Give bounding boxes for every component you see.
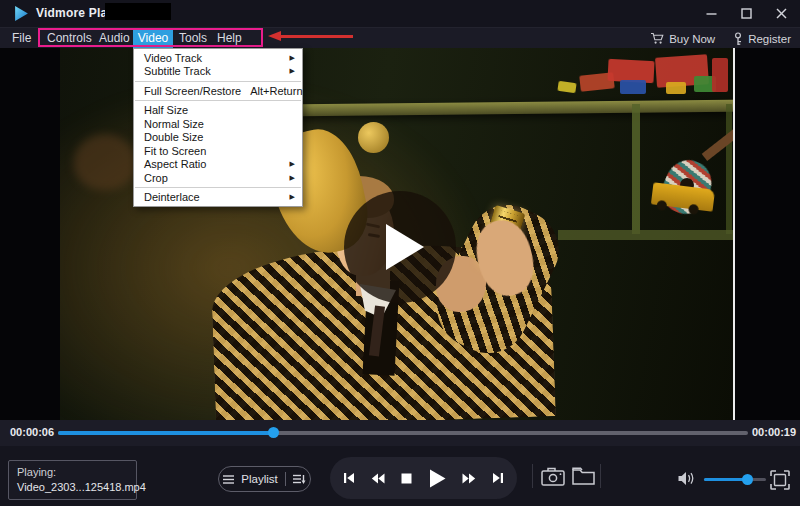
divider	[600, 464, 601, 488]
menu-separator	[135, 100, 301, 101]
window-controls	[702, 0, 790, 27]
menu-tools[interactable]: Tools	[179, 28, 207, 49]
previous-button[interactable]	[343, 472, 355, 484]
menu-item-video-track[interactable]: Video Track ▶	[134, 51, 302, 65]
stop-icon	[401, 473, 412, 484]
previous-icon	[343, 472, 355, 484]
menu-file[interactable]: File	[12, 28, 31, 49]
total-duration: 00:00:19	[752, 426, 796, 438]
app-logo-icon	[13, 5, 30, 22]
playing-label: Playing:	[17, 465, 128, 479]
play-icon	[386, 224, 424, 270]
camera-icon	[541, 467, 565, 486]
snapshot-button[interactable]	[541, 467, 565, 490]
volume-slider[interactable]	[704, 478, 766, 481]
submenu-arrow-icon: ▶	[290, 193, 295, 201]
video-area[interactable]	[0, 48, 800, 420]
menubar-right-actions: Buy Now Register	[650, 28, 791, 49]
rewind-icon	[371, 473, 385, 484]
progress-bar-row: 00:00:06 00:00:19	[0, 420, 800, 446]
menu-audio[interactable]: Audio	[99, 28, 130, 49]
playing-filename: Video_2303...125418.mp4	[17, 479, 128, 495]
fast-forward-icon	[462, 473, 476, 484]
play-overlay-button[interactable]	[344, 191, 456, 303]
shelf-divider	[726, 104, 732, 234]
elapsed-time: 00:00:06	[10, 426, 54, 438]
control-bar: Playing: Video_2303...125418.mp4 Playlis…	[0, 446, 800, 506]
play-button[interactable]	[429, 469, 446, 488]
hamburger-icon	[223, 475, 234, 484]
next-icon	[492, 472, 504, 484]
menu-video-active[interactable]: Video	[133, 28, 173, 49]
toy-block	[557, 81, 576, 93]
fullscreen-button[interactable]	[770, 470, 790, 494]
speaker-icon	[678, 471, 695, 486]
maximize-button[interactable]	[737, 4, 755, 24]
menu-separator	[135, 187, 301, 188]
open-file-button[interactable]	[572, 467, 595, 489]
now-playing-box: Playing: Video_2303...125418.mp4	[8, 460, 137, 500]
volume-thumb[interactable]	[742, 474, 753, 485]
submenu-arrow-icon: ▶	[290, 174, 295, 182]
playlist-button[interactable]: Playlist	[218, 466, 311, 492]
register-button[interactable]: Register	[733, 32, 791, 46]
buy-now-label: Buy Now	[669, 33, 715, 45]
toy-block	[620, 80, 646, 94]
redacted-text-box	[105, 3, 171, 20]
close-button[interactable]	[772, 4, 790, 24]
minimize-button[interactable]	[702, 4, 720, 24]
menu-item-double-size[interactable]: Double Size	[134, 131, 302, 145]
stop-button[interactable]	[401, 473, 412, 484]
divider	[532, 464, 533, 488]
next-button[interactable]	[492, 472, 504, 484]
menu-item-fullscreen-restore[interactable]: Full Screen/Restore Alt+Return	[134, 84, 302, 98]
submenu-arrow-icon: ▶	[290, 54, 295, 62]
menu-separator	[135, 81, 301, 82]
menu-item-fit-to-screen[interactable]: Fit to Screen	[134, 144, 302, 158]
submenu-arrow-icon: ▶	[290, 67, 295, 75]
vidmore-player-window: Vidmore Player File Controls Audio Video…	[0, 0, 800, 506]
submenu-arrow-icon: ▶	[290, 160, 295, 168]
register-label: Register	[748, 33, 791, 45]
shelf-divider	[632, 104, 640, 234]
buy-now-button[interactable]: Buy Now	[650, 32, 715, 45]
playback-controls	[330, 457, 517, 499]
playlist-order-icon	[293, 474, 306, 485]
play-icon	[429, 469, 446, 488]
video-menu-dropdown: Video Track ▶ Subtitle Track ▶ Full Scre…	[133, 48, 303, 207]
fast-forward-button[interactable]	[462, 473, 476, 484]
divider	[285, 472, 286, 486]
menu-controls[interactable]: Controls	[47, 28, 92, 49]
volume-mute-button[interactable]	[678, 471, 695, 490]
seek-bar[interactable]	[58, 431, 748, 435]
playlist-label: Playlist	[241, 473, 277, 485]
menu-item-aspect-ratio[interactable]: Aspect Ratio ▶	[134, 158, 302, 172]
shortcut-label: Alt+Return	[250, 85, 302, 97]
teddy-bear-toy	[74, 134, 136, 190]
menu-item-crop[interactable]: Crop ▶	[134, 171, 302, 185]
toy-block	[712, 58, 728, 92]
menu-item-normal-size[interactable]: Normal Size	[134, 117, 302, 131]
seek-bar-fill	[58, 431, 273, 435]
seek-thumb[interactable]	[268, 427, 279, 438]
title-bar: Vidmore Player	[0, 0, 800, 27]
menu-item-half-size[interactable]: Half Size	[134, 104, 302, 118]
rewind-button[interactable]	[371, 473, 385, 484]
cart-icon	[650, 32, 664, 45]
menu-item-deinterlace[interactable]: Deinterlace ▶	[134, 191, 302, 205]
toy-block	[666, 82, 686, 94]
menu-bar: File Controls Audio Video Tools Help Buy…	[0, 27, 800, 48]
menu-help[interactable]: Help	[217, 28, 242, 49]
menu-item-subtitle-track[interactable]: Subtitle Track ▶	[134, 65, 302, 79]
folder-icon	[572, 467, 595, 485]
key-icon	[733, 32, 743, 46]
fullscreen-icon	[770, 470, 790, 490]
hat-pompom	[358, 122, 389, 153]
